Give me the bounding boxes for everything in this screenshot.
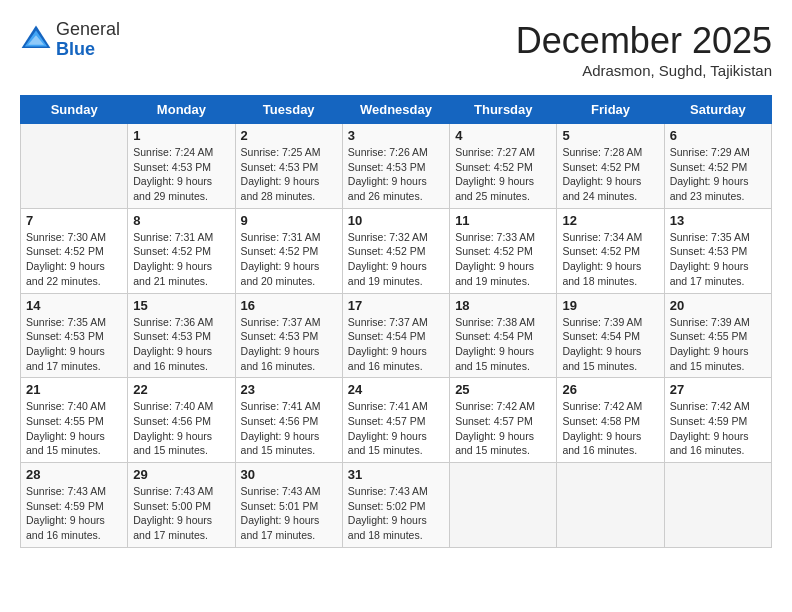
day-info: Sunrise: 7:43 AMSunset: 4:59 PMDaylight:…	[26, 484, 122, 543]
calendar-cell: 13Sunrise: 7:35 AMSunset: 4:53 PMDayligh…	[664, 208, 771, 293]
day-number: 26	[562, 382, 658, 397]
day-info: Sunrise: 7:30 AMSunset: 4:52 PMDaylight:…	[26, 230, 122, 289]
calendar-cell: 7Sunrise: 7:30 AMSunset: 4:52 PMDaylight…	[21, 208, 128, 293]
weekday-header-sunday: Sunday	[21, 96, 128, 124]
day-info: Sunrise: 7:42 AMSunset: 4:57 PMDaylight:…	[455, 399, 551, 458]
calendar-week-2: 7Sunrise: 7:30 AMSunset: 4:52 PMDaylight…	[21, 208, 772, 293]
day-info: Sunrise: 7:42 AMSunset: 4:59 PMDaylight:…	[670, 399, 766, 458]
day-number: 28	[26, 467, 122, 482]
calendar-cell: 16Sunrise: 7:37 AMSunset: 4:53 PMDayligh…	[235, 293, 342, 378]
day-number: 1	[133, 128, 229, 143]
day-info: Sunrise: 7:40 AMSunset: 4:56 PMDaylight:…	[133, 399, 229, 458]
day-info: Sunrise: 7:28 AMSunset: 4:52 PMDaylight:…	[562, 145, 658, 204]
day-number: 11	[455, 213, 551, 228]
day-number: 5	[562, 128, 658, 143]
day-info: Sunrise: 7:24 AMSunset: 4:53 PMDaylight:…	[133, 145, 229, 204]
day-number: 7	[26, 213, 122, 228]
day-number: 23	[241, 382, 337, 397]
day-number: 19	[562, 298, 658, 313]
day-number: 4	[455, 128, 551, 143]
calendar-cell: 3Sunrise: 7:26 AMSunset: 4:53 PMDaylight…	[342, 124, 449, 209]
day-number: 20	[670, 298, 766, 313]
day-number: 12	[562, 213, 658, 228]
calendar-header: SundayMondayTuesdayWednesdayThursdayFrid…	[21, 96, 772, 124]
day-info: Sunrise: 7:43 AMSunset: 5:01 PMDaylight:…	[241, 484, 337, 543]
logo: General Blue	[20, 20, 120, 60]
day-number: 14	[26, 298, 122, 313]
day-number: 22	[133, 382, 229, 397]
day-info: Sunrise: 7:41 AMSunset: 4:56 PMDaylight:…	[241, 399, 337, 458]
calendar-cell: 17Sunrise: 7:37 AMSunset: 4:54 PMDayligh…	[342, 293, 449, 378]
weekday-header-tuesday: Tuesday	[235, 96, 342, 124]
day-info: Sunrise: 7:42 AMSunset: 4:58 PMDaylight:…	[562, 399, 658, 458]
calendar-cell: 29Sunrise: 7:43 AMSunset: 5:00 PMDayligh…	[128, 463, 235, 548]
calendar-cell: 5Sunrise: 7:28 AMSunset: 4:52 PMDaylight…	[557, 124, 664, 209]
day-info: Sunrise: 7:29 AMSunset: 4:52 PMDaylight:…	[670, 145, 766, 204]
day-info: Sunrise: 7:31 AMSunset: 4:52 PMDaylight:…	[241, 230, 337, 289]
calendar-body: 1Sunrise: 7:24 AMSunset: 4:53 PMDaylight…	[21, 124, 772, 548]
day-number: 15	[133, 298, 229, 313]
day-info: Sunrise: 7:35 AMSunset: 4:53 PMDaylight:…	[670, 230, 766, 289]
month-title: December 2025	[516, 20, 772, 62]
location-subtitle: Adrasmon, Sughd, Tajikistan	[516, 62, 772, 79]
calendar-cell: 24Sunrise: 7:41 AMSunset: 4:57 PMDayligh…	[342, 378, 449, 463]
day-info: Sunrise: 7:39 AMSunset: 4:54 PMDaylight:…	[562, 315, 658, 374]
day-info: Sunrise: 7:37 AMSunset: 4:53 PMDaylight:…	[241, 315, 337, 374]
day-number: 8	[133, 213, 229, 228]
calendar-week-5: 28Sunrise: 7:43 AMSunset: 4:59 PMDayligh…	[21, 463, 772, 548]
weekday-header-wednesday: Wednesday	[342, 96, 449, 124]
weekday-header-friday: Friday	[557, 96, 664, 124]
calendar-cell	[664, 463, 771, 548]
calendar-cell	[557, 463, 664, 548]
calendar-cell: 30Sunrise: 7:43 AMSunset: 5:01 PMDayligh…	[235, 463, 342, 548]
day-number: 25	[455, 382, 551, 397]
calendar-cell: 4Sunrise: 7:27 AMSunset: 4:52 PMDaylight…	[450, 124, 557, 209]
calendar-cell: 14Sunrise: 7:35 AMSunset: 4:53 PMDayligh…	[21, 293, 128, 378]
day-info: Sunrise: 7:43 AMSunset: 5:02 PMDaylight:…	[348, 484, 444, 543]
day-number: 10	[348, 213, 444, 228]
calendar-cell: 11Sunrise: 7:33 AMSunset: 4:52 PMDayligh…	[450, 208, 557, 293]
calendar-cell	[450, 463, 557, 548]
day-number: 9	[241, 213, 337, 228]
day-number: 27	[670, 382, 766, 397]
calendar-cell: 26Sunrise: 7:42 AMSunset: 4:58 PMDayligh…	[557, 378, 664, 463]
calendar-cell: 8Sunrise: 7:31 AMSunset: 4:52 PMDaylight…	[128, 208, 235, 293]
day-info: Sunrise: 7:37 AMSunset: 4:54 PMDaylight:…	[348, 315, 444, 374]
calendar-cell	[21, 124, 128, 209]
day-info: Sunrise: 7:43 AMSunset: 5:00 PMDaylight:…	[133, 484, 229, 543]
day-info: Sunrise: 7:33 AMSunset: 4:52 PMDaylight:…	[455, 230, 551, 289]
day-info: Sunrise: 7:31 AMSunset: 4:52 PMDaylight:…	[133, 230, 229, 289]
calendar-cell: 28Sunrise: 7:43 AMSunset: 4:59 PMDayligh…	[21, 463, 128, 548]
title-block: December 2025 Adrasmon, Sughd, Tajikista…	[516, 20, 772, 79]
calendar-cell: 15Sunrise: 7:36 AMSunset: 4:53 PMDayligh…	[128, 293, 235, 378]
calendar-cell: 19Sunrise: 7:39 AMSunset: 4:54 PMDayligh…	[557, 293, 664, 378]
day-number: 17	[348, 298, 444, 313]
day-number: 18	[455, 298, 551, 313]
day-number: 29	[133, 467, 229, 482]
day-number: 16	[241, 298, 337, 313]
day-info: Sunrise: 7:40 AMSunset: 4:55 PMDaylight:…	[26, 399, 122, 458]
calendar-cell: 1Sunrise: 7:24 AMSunset: 4:53 PMDaylight…	[128, 124, 235, 209]
day-info: Sunrise: 7:41 AMSunset: 4:57 PMDaylight:…	[348, 399, 444, 458]
weekday-header-monday: Monday	[128, 96, 235, 124]
logo-icon	[20, 24, 52, 56]
calendar-cell: 23Sunrise: 7:41 AMSunset: 4:56 PMDayligh…	[235, 378, 342, 463]
calendar-cell: 10Sunrise: 7:32 AMSunset: 4:52 PMDayligh…	[342, 208, 449, 293]
day-info: Sunrise: 7:25 AMSunset: 4:53 PMDaylight:…	[241, 145, 337, 204]
day-info: Sunrise: 7:27 AMSunset: 4:52 PMDaylight:…	[455, 145, 551, 204]
day-number: 2	[241, 128, 337, 143]
day-info: Sunrise: 7:34 AMSunset: 4:52 PMDaylight:…	[562, 230, 658, 289]
day-number: 31	[348, 467, 444, 482]
weekday-header-saturday: Saturday	[664, 96, 771, 124]
calendar-week-1: 1Sunrise: 7:24 AMSunset: 4:53 PMDaylight…	[21, 124, 772, 209]
day-number: 30	[241, 467, 337, 482]
calendar-cell: 25Sunrise: 7:42 AMSunset: 4:57 PMDayligh…	[450, 378, 557, 463]
day-number: 6	[670, 128, 766, 143]
day-info: Sunrise: 7:32 AMSunset: 4:52 PMDaylight:…	[348, 230, 444, 289]
day-info: Sunrise: 7:35 AMSunset: 4:53 PMDaylight:…	[26, 315, 122, 374]
calendar-cell: 2Sunrise: 7:25 AMSunset: 4:53 PMDaylight…	[235, 124, 342, 209]
calendar-table: SundayMondayTuesdayWednesdayThursdayFrid…	[20, 95, 772, 548]
calendar-cell: 12Sunrise: 7:34 AMSunset: 4:52 PMDayligh…	[557, 208, 664, 293]
day-number: 21	[26, 382, 122, 397]
calendar-cell: 20Sunrise: 7:39 AMSunset: 4:55 PMDayligh…	[664, 293, 771, 378]
